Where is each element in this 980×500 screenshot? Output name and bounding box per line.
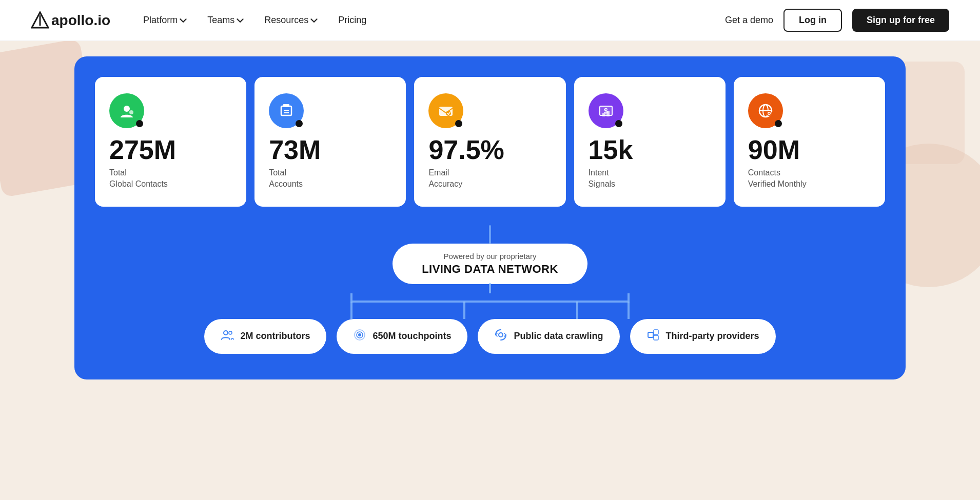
svg-rect-35 [654,330,658,334]
svg-rect-15 [602,113,605,116]
stat-card-intent: $ 15k IntentSignals [574,77,726,207]
crawling-icon [494,328,507,345]
connector-area: Powered by our proprietary LIVING DATA N… [95,225,885,354]
pill-touchpoints: 650M touchpoints [337,319,467,354]
nav-actions: Get a demo Log in Sign up for free [725,9,949,32]
stat-icon-intent: $ [589,93,623,128]
main-content: 275M TotalGlobal Contacts 73M TotalAccou… [0,41,980,379]
svg-rect-16 [606,111,610,116]
vertical-connector-top [489,225,491,244]
stat-icon-verified [748,93,783,128]
pill-crawling: Public data crawling [478,319,619,354]
living-data-badge: Powered by our proprietary LIVING DATA N… [393,244,587,284]
get-demo-link[interactable]: Get a demo [725,15,773,26]
blue-card: 275M TotalGlobal Contacts 73M TotalAccou… [74,56,906,379]
stat-label-accounts: TotalAccounts [269,167,391,190]
stat-number-accounts: 73M [269,136,391,163]
pill-contributors-label: 2M contributors [240,331,310,342]
contributors-icon [221,328,234,345]
navbar: apollo.io Platform Teams Resources Prici… [0,0,980,41]
login-button[interactable]: Log in [783,9,842,32]
stat-number-email: 97.5% [428,136,551,163]
logo-text: apollo.io [51,12,110,29]
svg-point-22 [768,113,770,114]
stat-label-intent: IntentSignals [589,167,711,190]
pill-providers: Third-party providers [630,319,776,354]
nav-resources[interactable]: Resources [256,11,326,30]
nav-teams[interactable]: Teams [199,11,252,30]
svg-rect-36 [654,335,658,340]
branch-connector [95,283,885,319]
logo[interactable]: apollo.io [31,11,110,30]
stat-icon-contacts [109,93,144,128]
ldn-subtitle: Powered by our proprietary [417,252,563,261]
stat-card-email: 97.5% EmailAccuracy [414,77,565,207]
stat-label-verified: ContactsVerified Monthly [748,167,871,190]
svg-rect-5 [283,104,289,107]
nav-links: Platform Teams Resources Pricing [135,11,725,30]
stat-card-contacts: 275M TotalGlobal Contacts [95,77,246,207]
touchpoints-icon [353,328,366,345]
stat-number-verified: 90M [748,136,871,163]
svg-point-33 [499,333,503,337]
pills-row: 2M contributors 650M touchpoints [204,319,775,354]
svg-point-9 [446,111,451,116]
stats-row: 275M TotalGlobal Contacts 73M TotalAccou… [95,77,885,207]
nav-platform[interactable]: Platform [135,11,195,30]
svg-point-29 [229,331,232,334]
stat-number-contacts: 275M [109,136,232,163]
svg-point-30 [358,333,361,336]
stat-label-contacts: TotalGlobal Contacts [109,167,232,190]
svg-rect-34 [648,332,653,337]
stat-card-verified: 90M ContactsVerified Monthly [734,77,885,207]
svg-line-37 [653,332,654,335]
signup-button[interactable]: Sign up for free [852,9,949,32]
stat-label-email: EmailAccuracy [428,167,551,190]
svg-point-3 [129,110,133,114]
stat-icon-accounts [269,93,304,128]
svg-point-2 [124,106,130,112]
stat-card-accounts: 73M TotalAccounts [254,77,406,207]
pill-touchpoints-label: 650M touchpoints [373,331,451,342]
svg-line-38 [653,335,654,338]
pill-crawling-label: Public data crawling [514,331,603,342]
stat-icon-email [428,93,463,128]
svg-point-28 [224,331,228,335]
ldn-title: LIVING DATA NETWORK [417,263,563,276]
providers-icon [646,328,660,345]
stat-number-intent: 15k [589,136,711,163]
pill-contributors: 2M contributors [204,319,326,354]
pill-providers-label: Third-party providers [666,331,759,342]
nav-pricing[interactable]: Pricing [330,11,375,30]
